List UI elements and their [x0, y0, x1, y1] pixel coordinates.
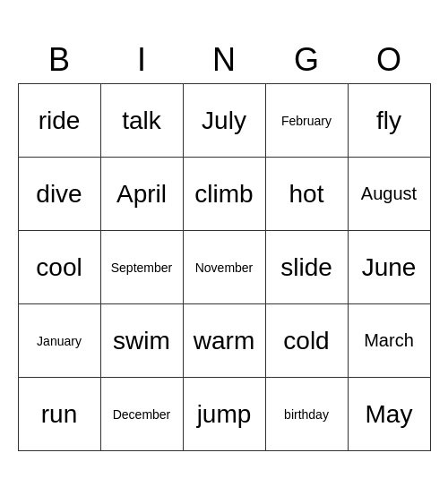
cell-r2-c2: November	[183, 231, 265, 304]
cell-r1-c1: April	[100, 158, 183, 231]
cell-r0-c4: fly	[348, 84, 430, 158]
table-row: JanuaryswimwarmcoldMarch	[18, 304, 430, 378]
cell-r4-c1: December	[100, 378, 183, 451]
table-row: runDecemberjumpbirthdayMay	[18, 378, 430, 451]
cell-r0-c1: talk	[100, 84, 183, 158]
cell-r3-c3: cold	[265, 304, 348, 378]
cell-r4-c2: jump	[183, 378, 265, 451]
table-row: coolSeptemberNovemberslideJune	[18, 231, 430, 304]
cell-r2-c1: September	[100, 231, 183, 304]
cell-r4-c4: May	[348, 378, 430, 451]
cell-r1-c4: August	[348, 158, 430, 231]
cell-r1-c3: hot	[265, 158, 348, 231]
cell-r2-c4: June	[348, 231, 430, 304]
cell-r3-c2: warm	[183, 304, 265, 378]
cell-r4-c3: birthday	[265, 378, 348, 451]
cell-r4-c0: run	[18, 378, 100, 451]
cell-r0-c0: ride	[18, 84, 100, 158]
cell-r0-c3: February	[265, 84, 348, 158]
cell-r1-c2: climb	[183, 158, 265, 231]
cell-r2-c3: slide	[265, 231, 348, 304]
table-row: diveAprilclimbhotAugust	[18, 158, 430, 231]
cell-r3-c1: swim	[100, 304, 183, 378]
cell-r3-c4: March	[348, 304, 430, 378]
bingo-card: BINGO ridetalkJulyFebruaryflydiveAprilcl…	[18, 36, 431, 452]
table-row: ridetalkJulyFebruaryfly	[18, 84, 430, 158]
cell-r0-c2: July	[183, 84, 265, 158]
bingo-header-b: B	[18, 36, 100, 84]
bingo-header-g: G	[265, 36, 348, 84]
bingo-header-n: N	[183, 36, 265, 84]
bingo-header-o: O	[348, 36, 430, 84]
cell-r2-c0: cool	[18, 231, 100, 304]
cell-r1-c0: dive	[18, 158, 100, 231]
bingo-header-i: I	[100, 36, 183, 84]
cell-r3-c0: January	[18, 304, 100, 378]
